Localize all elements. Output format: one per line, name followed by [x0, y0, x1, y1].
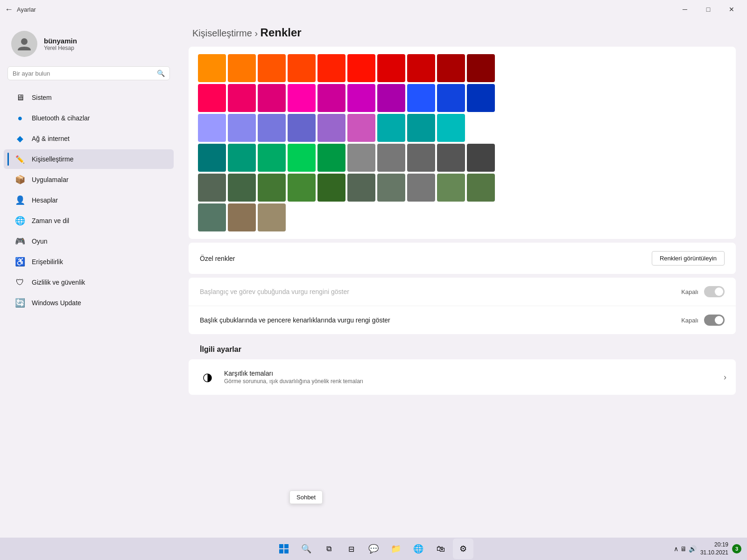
- volume-icon[interactable]: 🔊: [689, 545, 697, 553]
- color-swatch-2-6[interactable]: [377, 114, 405, 142]
- sidebar-label-uygulamalar: Uygulamalar: [32, 176, 69, 183]
- color-swatch-3-5[interactable]: [347, 144, 375, 172]
- update-icon: 🔄: [15, 298, 25, 308]
- color-swatch-1-1[interactable]: [228, 84, 256, 112]
- title-bar-left: ← Ayarlar: [5, 5, 36, 14]
- close-button[interactable]: ✕: [721, 2, 742, 17]
- color-swatch-3-7[interactable]: [407, 144, 435, 172]
- color-swatch-4-7[interactable]: [407, 174, 435, 202]
- color-swatch-1-0[interactable]: [198, 84, 226, 112]
- color-swatch-3-4[interactable]: [317, 144, 345, 172]
- color-swatch-0-5[interactable]: [347, 54, 375, 82]
- maximize-button[interactable]: □: [698, 2, 719, 17]
- sidebar-item-bluetooth[interactable]: ● Bluetooth & cihazlar: [4, 108, 174, 128]
- color-swatch-0-7[interactable]: [407, 54, 435, 82]
- color-swatch-4-1[interactable]: [228, 174, 256, 202]
- color-swatch-3-1[interactable]: [228, 144, 256, 172]
- sidebar-label-oyun: Oyun: [32, 238, 47, 245]
- taskbar: 🔍 ⧉ ⊟ 💬 📁 🌐 🛍 ⚙ ∧ 🖥 🔊 20:19 31.10.2021 3: [0, 538, 747, 560]
- sidebar-item-zaman[interactable]: 🌐 Zaman ve dil: [4, 211, 174, 231]
- color-swatch-0-3[interactable]: [288, 54, 316, 82]
- settings-button[interactable]: ⚙: [453, 539, 473, 559]
- network-icon: ◆: [15, 133, 25, 144]
- sidebar-item-sistem[interactable]: 🖥 Sistem: [4, 88, 174, 107]
- sidebar-item-uygulamalar[interactable]: 📦 Uygulamalar: [4, 170, 174, 189]
- related-item-contrast[interactable]: ◑ Karşıtlık temaları Görme sorununa, ışı…: [189, 359, 736, 395]
- color-swatch-5-0[interactable]: [198, 203, 226, 231]
- color-swatch-1-4[interactable]: [317, 84, 345, 112]
- network-tray-icon[interactable]: 🖥: [680, 545, 687, 553]
- color-swatch-0-1[interactable]: [228, 54, 256, 82]
- color-swatch-3-2[interactable]: [258, 144, 286, 172]
- sidebar-item-oyun[interactable]: 🎮 Oyun: [4, 231, 174, 251]
- color-swatch-3-9[interactable]: [467, 144, 495, 172]
- color-swatch-0-4[interactable]: [317, 54, 345, 82]
- color-swatch-3-6[interactable]: [377, 144, 405, 172]
- color-swatch-2-0[interactable]: [198, 114, 226, 142]
- sidebar-item-hesaplar[interactable]: 👤 Hesaplar: [4, 190, 174, 210]
- sidebar-item-ag[interactable]: ◆ Ağ & internet: [4, 129, 174, 148]
- color-swatch-1-9[interactable]: [467, 84, 495, 112]
- color-swatch-5-2[interactable]: [258, 203, 286, 231]
- color-swatch-2-3[interactable]: [288, 114, 316, 142]
- color-swatch-4-2[interactable]: [258, 174, 286, 202]
- color-swatch-1-6[interactable]: [377, 84, 405, 112]
- search-taskbar-button[interactable]: 🔍: [296, 539, 317, 559]
- color-swatch-2-5[interactable]: [347, 114, 375, 142]
- option2-label: Başlık çubuklarında ve pencere kenarlıkl…: [200, 316, 390, 324]
- color-swatch-1-7[interactable]: [407, 84, 435, 112]
- color-swatch-0-9[interactable]: [467, 54, 495, 82]
- start-button[interactable]: [274, 539, 294, 559]
- view-colors-button[interactable]: Renkleri görüntüleyin: [652, 251, 725, 266]
- svg-point-0: [21, 38, 28, 45]
- color-swatch-4-6[interactable]: [377, 174, 405, 202]
- color-swatch-4-0[interactable]: [198, 174, 226, 202]
- color-swatch-0-2[interactable]: [258, 54, 286, 82]
- avatar: [11, 31, 37, 57]
- chevron-up-icon[interactable]: ∧: [674, 545, 678, 553]
- color-swatch-2-1[interactable]: [228, 114, 256, 142]
- color-swatch-0-0[interactable]: [198, 54, 226, 82]
- color-swatch-1-8[interactable]: [437, 84, 465, 112]
- custom-colors-section: Özel renkler Renkleri görüntüleyin: [189, 243, 736, 274]
- sidebar-item-update[interactable]: 🔄 Windows Update: [4, 293, 174, 313]
- color-swatch-4-5[interactable]: [347, 174, 375, 202]
- clock[interactable]: 20:19 31.10.2021: [700, 541, 728, 557]
- bluetooth-icon: ●: [15, 113, 25, 123]
- sidebar-item-kisisel[interactable]: ✏️ Kişiselleştirme: [4, 149, 174, 169]
- files-button[interactable]: 📁: [386, 539, 406, 559]
- color-swatch-2-4[interactable]: [317, 114, 345, 142]
- sidebar-item-gizlilik[interactable]: 🛡 Gizlilik ve güvenlik: [4, 273, 174, 292]
- color-swatch-0-6[interactable]: [377, 54, 405, 82]
- color-swatch-3-8[interactable]: [437, 144, 465, 172]
- edge-button[interactable]: 🌐: [408, 539, 429, 559]
- back-button[interactable]: ←: [5, 5, 13, 14]
- widgets-button[interactable]: ⊟: [341, 539, 361, 559]
- chat-button[interactable]: 💬: [363, 539, 384, 559]
- color-swatch-4-4[interactable]: [317, 174, 345, 202]
- search-input[interactable]: [13, 70, 153, 77]
- color-swatch-0-8[interactable]: [437, 54, 465, 82]
- store-button[interactable]: 🛍: [430, 539, 451, 559]
- color-swatch-3-0[interactable]: [198, 144, 226, 172]
- color-palette-section: [189, 47, 736, 239]
- minimize-button[interactable]: ─: [674, 2, 696, 17]
- color-swatch-4-9[interactable]: [467, 174, 495, 202]
- color-swatch-1-5[interactable]: [347, 84, 375, 112]
- color-swatch-3-3[interactable]: [288, 144, 316, 172]
- view-colors-right: Renkleri görüntüleyin: [652, 251, 725, 266]
- color-swatch-4-3[interactable]: [288, 174, 316, 202]
- color-swatch-4-8[interactable]: [437, 174, 465, 202]
- color-swatch-5-1[interactable]: [228, 203, 256, 231]
- color-swatch-2-8[interactable]: [437, 114, 465, 142]
- color-swatch-1-2[interactable]: [258, 84, 286, 112]
- color-swatch-1-3[interactable]: [288, 84, 316, 112]
- taskview-button[interactable]: ⧉: [318, 539, 339, 559]
- option2-toggle[interactable]: [704, 315, 725, 326]
- notification-badge[interactable]: 3: [732, 544, 741, 553]
- color-swatch-2-7[interactable]: [407, 114, 435, 142]
- color-swatch-2-2[interactable]: [258, 114, 286, 142]
- sidebar-item-erisim[interactable]: ♿ Erişebilirlik: [4, 252, 174, 272]
- option1-toggle[interactable]: [704, 286, 725, 297]
- accessibility-icon: ♿: [15, 257, 25, 267]
